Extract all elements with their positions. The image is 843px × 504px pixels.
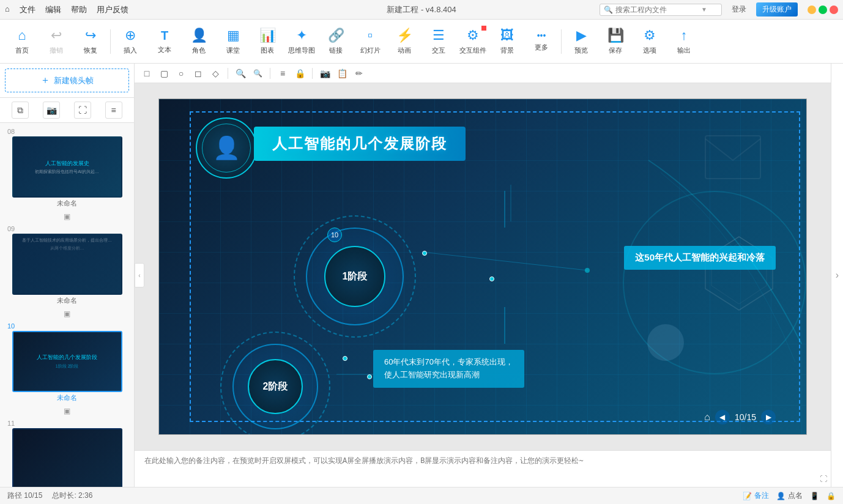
toolbar-class[interactable]: ▦ 课堂 [216, 22, 250, 61]
menu-help[interactable]: 帮助 [71, 4, 87, 15]
redo-icon: ↪ [85, 28, 96, 43]
toolbar-role[interactable]: 👤 角色 [182, 22, 216, 61]
slide-thumb-10[interactable]: 人工智能的几个发展阶段 1阶段 2阶段 [12, 331, 122, 392]
toolbar-more[interactable]: ••• 更多 [524, 22, 559, 61]
gear1-inner: 1阶段 [306, 228, 404, 325]
slide-thumb-08[interactable]: 人工智能的发展史 初期探索阶段包括符号AI的兴起… [12, 136, 122, 198]
fullscreen-button[interactable]: ⛶ [74, 102, 91, 119]
role-icon: 👤 [191, 28, 207, 43]
more-options-button[interactable]: ≡ [105, 102, 122, 119]
main-canvas[interactable]: 👤 人工智能的几个发展阶段 [158, 98, 807, 435]
minimize-button[interactable] [808, 6, 816, 14]
toolbar-bg[interactable]: 🖼 背景 [490, 22, 524, 61]
info-box2[interactable]: 60年代末到70年代，专家系统出现， 使人工智能研究出现新高潮 [373, 350, 524, 388]
toolbar-options[interactable]: ⚙ 选项 [633, 22, 667, 61]
canvas-toolbar: □ ▢ ○ ◻ ◇ 🔍 🔍 ≡ 🔒 📷 📋 ✏ [135, 64, 831, 83]
slide-title-banner[interactable]: 人工智能的几个发展阶段 [254, 127, 466, 161]
copy-frame-button[interactable]: ⧉ [12, 102, 29, 119]
toolbar-insert[interactable]: ⊕ 插入 [113, 22, 147, 61]
align-tool[interactable]: ≡ [275, 66, 290, 81]
avatar-circle[interactable]: 👤 [196, 117, 257, 179]
gear2-outer: 2阶段 [220, 332, 330, 435]
slide-separator-3: ▣ [0, 405, 134, 417]
screenshot-tool[interactable]: 📷 [318, 66, 332, 81]
toolbar-divider-1 [110, 29, 111, 54]
menu-file[interactable]: 文件 [20, 4, 35, 15]
toolbar-home[interactable]: ⌂ 首页 [5, 22, 39, 61]
canvas-wrapper[interactable]: 👤 人工智能的几个发展阶段 [135, 83, 831, 450]
upgrade-button[interactable]: 升级账户 [756, 2, 798, 17]
info2-text: 60年代末到70年代，专家系统出现， 使人工智能研究出现新高潮 [384, 357, 513, 379]
slide-thumb-11[interactable] [12, 428, 122, 487]
toolbar-class-label: 课堂 [226, 46, 240, 55]
toolbar-interact2[interactable]: ⚙ 交互组件 [456, 22, 490, 61]
close-button[interactable] [830, 6, 838, 14]
notes-input[interactable] [135, 451, 831, 487]
new-frame-button[interactable]: ＋ 新建镜头帧 [5, 69, 129, 92]
slide-name-08: 未命名 [57, 199, 77, 208]
mobile-view-button[interactable]: 📱 [810, 492, 819, 500]
toolbar-slides[interactable]: ▫ 幻灯片 [353, 22, 387, 61]
gear2-center[interactable]: 2阶段 [248, 359, 303, 414]
notes-expand-button[interactable]: ⛶ [820, 475, 827, 483]
avatar-inner: 👤 [202, 124, 251, 172]
notes-button[interactable]: 📝 备注 [743, 491, 769, 501]
toolbar-animation-label: 动画 [398, 46, 411, 55]
page-next-button[interactable]: ▶ [761, 410, 776, 424]
camera-button[interactable]: 📷 [43, 102, 60, 119]
toolbar: ⌂ 首页 ↩ 撤销 ↪ 恢复 ⊕ 插入 T 文本 👤 角色 ▦ 课堂 📊 图表 … [0, 20, 843, 64]
search-dropdown-icon[interactable]: ▼ [701, 6, 707, 13]
slide-item-10[interactable]: 10 人工智能的几个发展阶段 1阶段 2阶段 未命名 [0, 320, 134, 405]
menu-feedback[interactable]: 用户反馈 [97, 4, 128, 15]
sidebar-collapse-button[interactable]: ‹ [135, 263, 144, 287]
maximize-button[interactable] [819, 6, 827, 14]
slide-number-09: 09 [5, 225, 15, 232]
toolbar-link[interactable]: 🔗 链接 [319, 22, 353, 61]
slide-title-text: 人工智能的几个发展阶段 [272, 135, 447, 152]
callout-button[interactable]: 👤 点名 [776, 491, 803, 501]
toolbar-redo[interactable]: ↪ 恢复 [73, 22, 108, 61]
options-icon: ⚙ [644, 28, 656, 43]
separator-icon-1: ▣ [64, 212, 70, 221]
slide-item-09[interactable]: 09 基于人工智能技术的应用场景分析，提出合理… 从两个维度分析… 未命名 [0, 223, 134, 308]
info-box1[interactable]: 这50年代人工智能的兴起和冷落 [624, 246, 776, 270]
gear2-inner: 2阶段 [232, 344, 318, 429]
callout-label: 点名 [788, 491, 803, 501]
slide-item-08[interactable]: 08 人工智能的发展史 初期探索阶段包括符号AI的兴起… 未命名 [0, 125, 134, 210]
toolbar-save[interactable]: 💾 保存 [598, 22, 633, 61]
slide-number-08: 08 [5, 128, 15, 135]
shape-diamond-tool[interactable]: ◇ [208, 66, 223, 81]
menu-edit[interactable]: 编辑 [45, 4, 61, 15]
toolbar-export[interactable]: ↑ 输出 [667, 22, 701, 61]
right-panel-toggle[interactable]: › [831, 64, 843, 487]
shape-rect-tool[interactable]: □ [139, 66, 154, 81]
shape-rounded-tool[interactable]: ▢ [157, 66, 171, 81]
zoom-out-button[interactable]: 🔍 [250, 66, 265, 81]
shape-square-tool[interactable]: ◻ [191, 66, 206, 81]
slide-item-11[interactable]: 11 [0, 417, 134, 487]
toolbar-text[interactable]: T 文本 [147, 22, 182, 61]
lock-tool[interactable]: 🔒 [292, 66, 307, 81]
toolbar-mindmap[interactable]: ✦ 思维导图 [284, 22, 319, 61]
page-prev-button[interactable]: ◀ [715, 410, 730, 424]
toolbar-chart[interactable]: 📊 图表 [250, 22, 284, 61]
toolbar-preview[interactable]: ▶ 预览 [564, 22, 598, 61]
connector-dot-3 [343, 356, 347, 361]
toolbar-undo[interactable]: ↩ 撤销 [39, 22, 73, 61]
slide-number-10: 10 [5, 322, 15, 330]
search-box[interactable]: 🔍 ▼ [600, 4, 722, 16]
clipboard-tool[interactable]: 📋 [335, 66, 349, 81]
shape-circle-tool[interactable]: ○ [174, 66, 188, 81]
zoom-in-button[interactable]: 🔍 [233, 66, 248, 81]
toolbar-interact[interactable]: ☰ 交互 [422, 22, 456, 61]
toolbar-slides-label: 幻灯片 [360, 46, 381, 55]
toolbar-animation[interactable]: ⚡ 动画 [387, 22, 422, 61]
lock-view-button[interactable]: 🔒 [826, 492, 836, 500]
login-button[interactable]: 登录 [727, 3, 751, 16]
slide-thumb-09[interactable]: 基于人工智能技术的应用场景分析，提出合理… 从两个维度分析… [12, 234, 122, 295]
toolbar-save-label: 保存 [609, 46, 622, 55]
search-input[interactable] [615, 6, 701, 14]
edit-tool[interactable]: ✏ [352, 66, 366, 81]
gear1-center[interactable]: 1阶段 [324, 246, 385, 307]
lock-icon: 🔒 [826, 492, 836, 500]
